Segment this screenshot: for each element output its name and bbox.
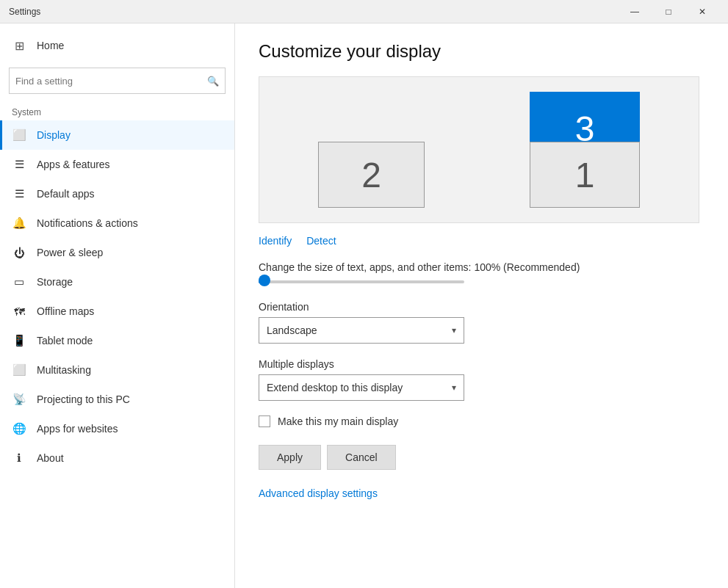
sidebar: ⊞ Home 🔍 System ⬜ Display ☰ Apps & featu…	[0, 23, 235, 588]
maximize-button[interactable]: □	[652, 0, 685, 23]
notifications-icon: 🔔	[12, 216, 26, 231]
sidebar-item-display[interactable]: ⬜ Display	[0, 120, 234, 150]
button-row: Apply Cancel	[259, 445, 704, 470]
sidebar-item-about-label: About	[37, 452, 64, 464]
sidebar-item-maps-label: Offline maps	[37, 305, 94, 317]
main-layout: ⊞ Home 🔍 System ⬜ Display ☰ Apps & featu…	[0, 23, 728, 588]
display-links: Identify Detect	[259, 235, 704, 247]
sidebar-item-power-sleep[interactable]: ⏻ Power & sleep	[0, 238, 234, 267]
sidebar-item-notifications[interactable]: 🔔 Notifications & actions	[0, 208, 234, 238]
sidebar-item-about[interactable]: ℹ About	[0, 443, 234, 473]
maps-icon: 🗺	[12, 304, 26, 319]
sidebar-item-projecting-label: Projecting to this PC	[37, 393, 130, 405]
app-title: Settings	[9, 7, 618, 17]
multiple-displays-value: Extend desktop to this display	[267, 382, 403, 393]
sidebar-item-default-apps-label: Default apps	[37, 188, 95, 200]
sidebar-item-multitasking[interactable]: ⬜ Multitasking	[0, 355, 234, 385]
about-icon: ℹ	[12, 451, 26, 465]
multiple-displays-dropdown[interactable]: Extend desktop to this display ▾	[259, 374, 464, 401]
scale-slider-track	[259, 280, 464, 283]
monitor-1[interactable]: 1	[530, 142, 640, 208]
sidebar-item-multitasking-label: Multitasking	[37, 364, 91, 376]
main-display-checkbox-row: Make this my main display	[259, 415, 704, 427]
sidebar-item-default-apps[interactable]: ☰ Default apps	[0, 179, 234, 208]
orientation-group: Orientation Landscape ▾	[259, 301, 704, 344]
search-box: 🔍	[9, 68, 226, 94]
sidebar-item-apps-features[interactable]: ☰ Apps & features	[0, 150, 234, 179]
apply-button[interactable]: Apply	[259, 445, 321, 470]
apps-websites-icon: 🌐	[12, 421, 26, 436]
sidebar-item-apps-features-label: Apps & features	[37, 159, 110, 170]
sidebar-item-apps-websites-label: Apps for websites	[37, 423, 118, 435]
content-area: Customize your display 3 2 1 Identify De…	[235, 23, 728, 588]
scale-label: Change the size of text, apps, and other…	[259, 261, 704, 273]
minimize-button[interactable]: —	[618, 0, 652, 23]
display-icon: ⬜	[12, 128, 26, 142]
window-controls: — □ ✕	[618, 0, 719, 23]
identify-link[interactable]: Identify	[259, 235, 292, 247]
projecting-icon: 📡	[12, 392, 26, 407]
main-display-label: Make this my main display	[278, 415, 398, 427]
multiple-displays-group: Multiple displays Extend desktop to this…	[259, 358, 704, 401]
titlebar: Settings — □ ✕	[0, 0, 728, 23]
home-icon: ⊞	[12, 38, 26, 53]
sidebar-item-notifications-label: Notifications & actions	[37, 217, 138, 229]
orientation-value: Landscape	[267, 324, 317, 336]
cancel-button[interactable]: Cancel	[327, 445, 396, 470]
default-apps-icon: ☰	[12, 186, 26, 201]
orientation-label: Orientation	[259, 301, 704, 313]
sidebar-item-storage-label: Storage	[37, 276, 73, 288]
advanced-display-settings-link[interactable]: Advanced display settings	[259, 487, 378, 499]
display-preview: 3 2 1	[259, 76, 699, 223]
sidebar-item-apps-websites[interactable]: 🌐 Apps for websites	[0, 414, 234, 443]
page-title: Customize your display	[259, 41, 704, 62]
home-label: Home	[37, 40, 64, 51]
storage-icon: ▭	[12, 275, 26, 289]
tablet-icon: 📱	[12, 333, 26, 348]
sidebar-item-home[interactable]: ⊞ Home	[0, 29, 234, 62]
scale-container: Change the size of text, apps, and other…	[259, 261, 704, 283]
multiple-displays-label: Multiple displays	[259, 358, 704, 370]
orientation-dropdown[interactable]: Landscape ▾	[259, 317, 464, 344]
search-input[interactable]	[15, 76, 203, 87]
sidebar-item-tablet-label: Tablet mode	[37, 335, 93, 346]
search-icon: 🔍	[207, 76, 219, 87]
apps-features-icon: ☰	[12, 157, 26, 172]
main-display-checkbox[interactable]	[259, 415, 270, 427]
detect-link[interactable]: Detect	[306, 235, 336, 247]
monitor-2[interactable]: 2	[318, 142, 425, 208]
sidebar-item-projecting[interactable]: 📡 Projecting to this PC	[0, 385, 234, 414]
chevron-down-icon-2: ▾	[452, 382, 456, 393]
sidebar-item-display-label: Display	[37, 129, 71, 141]
sidebar-item-storage[interactable]: ▭ Storage	[0, 267, 234, 297]
scale-slider-thumb[interactable]	[259, 275, 270, 286]
sidebar-item-tablet-mode[interactable]: 📱 Tablet mode	[0, 326, 234, 355]
close-button[interactable]: ✕	[685, 0, 719, 23]
chevron-down-icon: ▾	[452, 325, 456, 335]
system-section-label: System	[0, 100, 234, 120]
sidebar-item-offline-maps[interactable]: 🗺 Offline maps	[0, 297, 234, 326]
power-icon: ⏻	[12, 245, 26, 260]
sidebar-item-power-label: Power & sleep	[37, 247, 103, 258]
multitasking-icon: ⬜	[12, 363, 26, 377]
